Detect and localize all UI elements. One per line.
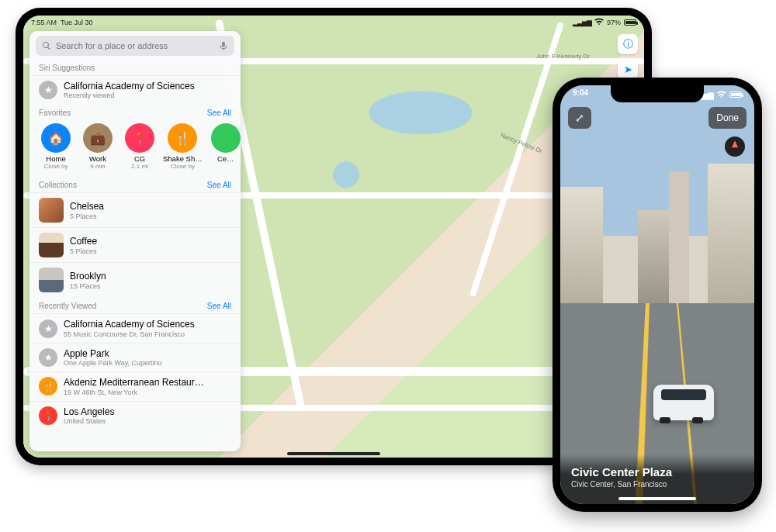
iphone-screen: 9:04 ▂▃▅▆ ⤢ Done Civic Center Plaza Civi… (560, 85, 754, 504)
battery-icon (729, 92, 742, 98)
favorites-see-all[interactable]: See All (207, 109, 231, 117)
recent-cas[interactable]: ★ California Academy of Sciences 55 Musi… (29, 313, 241, 342)
collection-coffee[interactable]: Coffee 5 Places (29, 227, 241, 262)
collection-thumb (39, 268, 64, 292)
ipad-screen: 7:55 AM Tue Jul 30 ▂▃▅▆ 97% John F Kenne… (23, 16, 644, 458)
recent-akdeniz[interactable]: 🍴 Akdeniz Mediterranean Restaur… 19 W 46… (29, 371, 241, 400)
siri-item-title: California Academy of Sciences (64, 81, 195, 92)
collection-thumb (39, 233, 64, 257)
pin-icon: 📍 (125, 123, 154, 153)
compass-icon[interactable] (725, 136, 745, 157)
info-icon: ⓘ (623, 37, 633, 51)
location-arrow-icon: ➤ (624, 64, 632, 75)
search-field[interactable] (36, 36, 234, 56)
ipad-status-bar: 7:55 AM Tue Jul 30 ▂▃▅▆ 97% (23, 16, 644, 29)
cellular-signal-icon: ▂▃▅▆ (573, 19, 591, 26)
collections-see-all[interactable]: See All (207, 181, 231, 189)
recent-apple-park[interactable]: ★ Apple Park One Apple Park Way, Cuperti… (29, 343, 241, 371)
favorite-icon (211, 123, 241, 153)
favorite-more[interactable]: Ce… (207, 123, 241, 170)
notch (611, 85, 704, 102)
favorites-strip[interactable]: 🏠 Home Close by 💼 Work 9 min 📍 CG 2.1 mi… (29, 120, 241, 176)
section-siri-suggestions: Siri Suggestions (29, 59, 241, 75)
status-time: 9:04 (573, 88, 588, 101)
briefcase-icon: 💼 (83, 123, 113, 153)
wifi-icon (594, 18, 604, 27)
locate-button[interactable]: ➤ (618, 59, 638, 79)
recent-los-angeles[interactable]: 📍 Los Angeles United States (29, 401, 241, 430)
battery-percent: 97% (607, 19, 621, 26)
home-indicator[interactable] (618, 497, 696, 500)
star-icon: ★ (39, 348, 57, 367)
caption-title: Civic Center Plaza (571, 465, 743, 478)
wifi-icon (716, 91, 726, 98)
info-button[interactable]: ⓘ (618, 34, 638, 54)
status-time-date: 7:55 AM Tue Jul 30 (31, 19, 93, 26)
road-label-jfk: John F Kennedy Dr (536, 53, 590, 60)
section-collections: Collections See All (29, 176, 241, 192)
battery-icon (624, 19, 636, 26)
search-input[interactable] (56, 41, 214, 50)
collection-chelsea[interactable]: Chelsea 5 Places (29, 192, 241, 227)
favorite-shake-shack[interactable]: 🍴 Shake Sh… Close by (163, 123, 203, 170)
lookaround-top-controls: ⤢ Done (568, 107, 747, 130)
home-indicator[interactable] (287, 452, 380, 455)
star-icon: ★ (39, 81, 57, 99)
search-icon (42, 41, 51, 50)
expand-button[interactable]: ⤢ (568, 107, 591, 129)
section-favorites: Favorites See All (29, 104, 241, 120)
iphone-device: 9:04 ▂▃▅▆ ⤢ Done Civic Center Plaza Civi… (553, 78, 762, 512)
section-recently-viewed: Recently Viewed See All (29, 297, 241, 313)
status-right: ▂▃▅▆ 97% (573, 18, 636, 27)
star-icon: ★ (39, 320, 57, 338)
collection-thumb (39, 198, 64, 223)
home-icon: 🏠 (41, 123, 71, 153)
done-button[interactable]: Done (708, 107, 747, 129)
favorite-work[interactable]: 💼 Work 9 min (79, 123, 116, 170)
siri-suggestion-row[interactable]: ★ California Academy of Sciences Recentl… (29, 75, 241, 104)
collection-brooklyn[interactable]: Brooklyn 15 Places (29, 262, 241, 297)
fork-knife-icon: 🍴 (39, 377, 57, 396)
search-panel: Siri Suggestions ★ California Academy of… (29, 31, 241, 451)
expand-icon: ⤢ (575, 112, 584, 124)
siri-item-sub: Recently viewed (64, 92, 195, 99)
dictate-icon[interactable] (219, 41, 228, 50)
recent-see-all[interactable]: See All (207, 302, 231, 310)
fork-knife-icon: 🍴 (168, 123, 197, 153)
favorite-home[interactable]: 🏠 Home Close by (37, 123, 74, 170)
pin-icon: 📍 (39, 406, 57, 425)
favorite-cg[interactable]: 📍 CG 2.1 mi (121, 123, 158, 170)
caption-subtitle: Civic Center, San Francisco (571, 480, 743, 489)
vehicle (653, 385, 714, 420)
